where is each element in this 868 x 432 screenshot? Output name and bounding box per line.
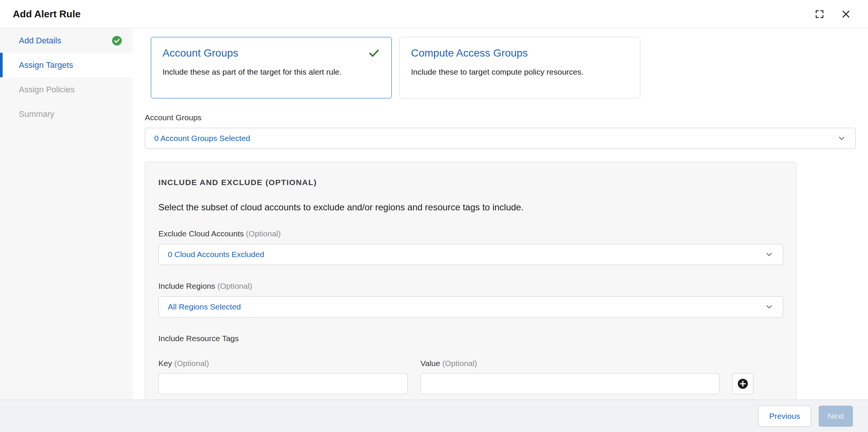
optional-hint: (Optional) bbox=[217, 282, 252, 290]
modal-footer: Previous Next bbox=[0, 400, 868, 432]
close-icon[interactable] bbox=[840, 8, 851, 20]
card-title: Compute Access Groups bbox=[411, 47, 528, 59]
include-exclude-panel: INCLUDE AND EXCLUDE (OPTIONAL) Select th… bbox=[145, 162, 796, 400]
card-description: Include these as part of the target for … bbox=[163, 67, 380, 77]
modal-body: Add Details Assign Targets Assign Polici… bbox=[0, 28, 868, 400]
step-label: Assign Policies bbox=[19, 85, 75, 95]
page-title: Add Alert Rule bbox=[13, 8, 81, 20]
include-regions-label: Include Regions (Optional) bbox=[158, 282, 782, 291]
account-groups-label: Account Groups bbox=[145, 113, 856, 122]
chevron-down-icon bbox=[765, 250, 774, 259]
target-type-cards: Account Groups Include these as part of … bbox=[151, 37, 856, 98]
tag-key-label: Key (Optional) bbox=[158, 359, 408, 368]
card-compute-access-groups[interactable]: Compute Access Groups Include these to t… bbox=[399, 37, 640, 98]
step-label: Assign Targets bbox=[19, 60, 73, 70]
steps-sidebar: Add Details Assign Targets Assign Polici… bbox=[0, 28, 133, 400]
card-description: Include these to target compute policy r… bbox=[411, 67, 629, 77]
dropdown-value: 0 Account Groups Selected bbox=[154, 134, 250, 143]
optional-hint: (Optional) bbox=[174, 359, 209, 368]
sidebar-item-assign-policies[interactable]: Assign Policies bbox=[0, 77, 133, 102]
card-title: Account Groups bbox=[163, 47, 238, 59]
panel-title: INCLUDE AND EXCLUDE (OPTIONAL) bbox=[158, 178, 782, 187]
include-resource-tags-label: Include Resource Tags bbox=[158, 334, 782, 343]
optional-hint: (Optional) bbox=[442, 359, 477, 368]
label-text: Key bbox=[158, 359, 172, 368]
tag-key-input[interactable] bbox=[158, 373, 408, 394]
selected-check-icon bbox=[368, 47, 380, 59]
step-label: Add Details bbox=[19, 36, 61, 46]
label-text: Exclude Cloud Accounts bbox=[158, 229, 244, 238]
tag-key-column: Key (Optional) bbox=[158, 343, 408, 394]
sidebar-item-add-details[interactable]: Add Details bbox=[0, 28, 133, 53]
optional-hint: (Optional) bbox=[246, 229, 281, 238]
step-complete-check-icon bbox=[112, 35, 122, 46]
card-account-groups[interactable]: Account Groups Include these as part of … bbox=[151, 37, 392, 98]
label-text: Value bbox=[420, 359, 440, 368]
step-label: Summary bbox=[19, 109, 54, 119]
add-alert-rule-modal: Add Alert Rule Add Details bbox=[0, 0, 868, 432]
tag-value-column: Value (Optional) bbox=[420, 343, 719, 394]
modal-header: Add Alert Rule bbox=[0, 0, 868, 28]
dropdown-value: 0 Cloud Accounts Excluded bbox=[168, 250, 264, 259]
include-regions-dropdown[interactable]: All Regions Selected bbox=[158, 296, 783, 317]
dropdown-value: All Regions Selected bbox=[168, 302, 241, 311]
account-groups-dropdown[interactable]: 0 Account Groups Selected bbox=[145, 128, 856, 149]
chevron-down-icon bbox=[837, 134, 846, 143]
card-head: Compute Access Groups bbox=[411, 47, 629, 59]
label-text: Include Regions bbox=[158, 282, 215, 290]
sidebar-item-assign-targets[interactable]: Assign Targets bbox=[0, 53, 133, 77]
fullscreen-icon[interactable] bbox=[814, 8, 825, 20]
tag-value-label: Value (Optional) bbox=[420, 359, 719, 368]
card-head: Account Groups bbox=[163, 47, 380, 59]
previous-button[interactable]: Previous bbox=[758, 406, 811, 427]
assign-targets-content: Account Groups Include these as part of … bbox=[133, 28, 868, 400]
tag-value-input[interactable] bbox=[420, 373, 719, 394]
exclude-cloud-accounts-dropdown[interactable]: 0 Cloud Accounts Excluded bbox=[158, 244, 783, 265]
circled-plus-icon bbox=[737, 378, 749, 390]
panel-subtitle: Select the subset of cloud accounts to e… bbox=[158, 202, 782, 213]
chevron-down-icon bbox=[765, 302, 774, 311]
resource-tag-row: Key (Optional) Value (Optional) bbox=[158, 343, 782, 394]
next-button[interactable]: Next bbox=[819, 406, 853, 427]
exclude-cloud-accounts-label: Exclude Cloud Accounts (Optional) bbox=[158, 229, 782, 238]
sidebar-item-summary[interactable]: Summary bbox=[0, 102, 133, 126]
add-tag-button[interactable] bbox=[732, 373, 753, 394]
header-icons bbox=[814, 8, 851, 20]
